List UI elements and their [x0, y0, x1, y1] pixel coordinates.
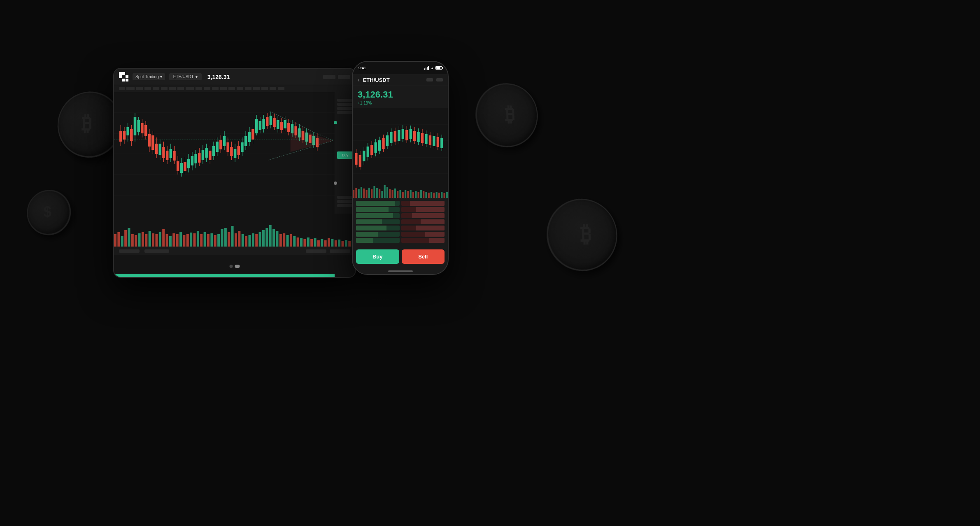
svg-rect-242	[355, 188, 357, 198]
svg-rect-100	[287, 123, 290, 132]
toolbar-item-17[interactable]	[253, 87, 260, 90]
svg-rect-70	[234, 149, 237, 158]
more-icon[interactable]	[426, 78, 433, 81]
ask-row-6	[401, 232, 445, 237]
svg-rect-90	[270, 116, 272, 125]
pair-selector-button[interactable]: ETH/USDT ▾	[169, 73, 202, 80]
svg-rect-189	[348, 241, 351, 247]
svg-rect-238	[437, 137, 439, 147]
toolbar-item-13[interactable]	[220, 87, 227, 90]
price-level-2	[337, 103, 353, 106]
spot-trading-button[interactable]: Spot Trading ▾	[133, 73, 165, 80]
price-level-6	[337, 200, 353, 203]
toolbar-item-4[interactable]	[144, 87, 151, 90]
price-level-7	[337, 204, 353, 207]
svg-rect-257	[394, 189, 396, 198]
sell-button[interactable]: Sell	[402, 249, 445, 264]
svg-rect-74	[241, 142, 244, 152]
svg-rect-270	[428, 193, 430, 198]
header-ph-1	[323, 75, 335, 79]
svg-rect-129	[142, 232, 144, 247]
nav-dot-1[interactable]	[230, 265, 233, 268]
svg-rect-163	[259, 232, 261, 247]
toolbar-item-3[interactable]	[136, 87, 143, 90]
bottom-ph-3	[306, 249, 326, 253]
svg-rect-183	[328, 238, 330, 247]
svg-rect-200	[363, 151, 365, 161]
svg-rect-84	[259, 121, 262, 130]
svg-rect-28	[159, 144, 162, 155]
svg-rect-34	[170, 149, 172, 158]
toolbar-item-20[interactable]	[278, 87, 284, 90]
svg-rect-253	[384, 185, 386, 198]
toolbar-item-19[interactable]	[270, 87, 276, 90]
svg-rect-22	[148, 134, 151, 147]
ask-row-2	[401, 207, 445, 212]
spot-trading-label: Spot Trading	[135, 74, 159, 79]
svg-rect-76	[244, 136, 247, 146]
svg-rect-188	[345, 240, 347, 247]
svg-rect-249	[373, 186, 375, 198]
toolbar-item-5[interactable]	[153, 87, 159, 90]
price-level-5	[337, 196, 353, 199]
svg-rect-212	[386, 135, 389, 146]
dropdown-chevron-icon: ▾	[160, 74, 162, 79]
svg-rect-158	[242, 234, 244, 247]
toolbar-item-16[interactable]	[245, 87, 251, 90]
svg-rect-154	[228, 232, 230, 247]
buy-button[interactable]: Buy	[356, 249, 399, 264]
svg-rect-222	[405, 130, 408, 140]
svg-rect-198	[359, 155, 361, 167]
ask-row-1	[401, 201, 445, 206]
toolbar-item-8[interactable]	[177, 87, 184, 90]
ask-row-3	[401, 213, 445, 218]
svg-rect-208	[378, 140, 381, 151]
svg-rect-125	[128, 228, 130, 247]
svg-rect-48	[194, 154, 197, 163]
price-level-4	[337, 111, 353, 114]
settings-icon[interactable]	[436, 78, 443, 81]
okx-logo	[119, 72, 128, 81]
nav-dot-2[interactable]	[235, 265, 240, 268]
svg-rect-132	[152, 233, 154, 247]
svg-rect-121	[114, 234, 116, 247]
svg-rect-123	[121, 236, 123, 247]
svg-rect-143	[190, 233, 192, 247]
toolbar-item-12[interactable]	[212, 87, 219, 90]
svg-rect-145	[197, 231, 199, 247]
bid-row-1	[356, 201, 400, 206]
price-level-1	[337, 99, 353, 102]
toolbar-item-9[interactable]	[186, 87, 194, 90]
toolbar-item-10[interactable]	[196, 87, 202, 90]
svg-rect-165	[265, 228, 268, 247]
svg-rect-264	[412, 192, 414, 198]
bitcoin-coin-3: ₿	[546, 195, 619, 276]
svg-rect-252	[381, 191, 383, 198]
back-button[interactable]: ‹	[358, 77, 360, 83]
svg-rect-261	[405, 190, 406, 198]
toolbar-item-15[interactable]	[237, 87, 243, 90]
svg-rect-68	[230, 147, 233, 156]
toolbar-item-11[interactable]	[204, 87, 210, 90]
svg-rect-202	[367, 147, 369, 157]
svg-rect-224	[410, 129, 412, 139]
toolbar-item-18[interactable]	[261, 87, 268, 90]
toolbar-item-6[interactable]	[161, 87, 168, 90]
svg-rect-241	[353, 190, 354, 198]
svg-rect-150	[214, 235, 216, 247]
svg-rect-173	[293, 236, 296, 247]
phone-nav-bar: ‹ ETH/USDT	[353, 74, 448, 86]
svg-rect-141	[183, 235, 185, 247]
svg-rect-177	[307, 237, 310, 247]
svg-rect-228	[417, 132, 419, 142]
toolbar-item-7[interactable]	[169, 87, 176, 90]
svg-rect-36	[173, 151, 176, 161]
toolbar-item-14[interactable]	[228, 87, 235, 90]
svg-rect-12	[130, 129, 133, 141]
toolbar-item-1[interactable]	[119, 87, 125, 90]
buy-indicator: Buy	[337, 151, 354, 159]
svg-rect-259	[399, 190, 401, 198]
chart-toolbar	[114, 85, 355, 92]
svg-rect-178	[310, 239, 313, 247]
toolbar-item-2[interactable]	[126, 87, 135, 90]
